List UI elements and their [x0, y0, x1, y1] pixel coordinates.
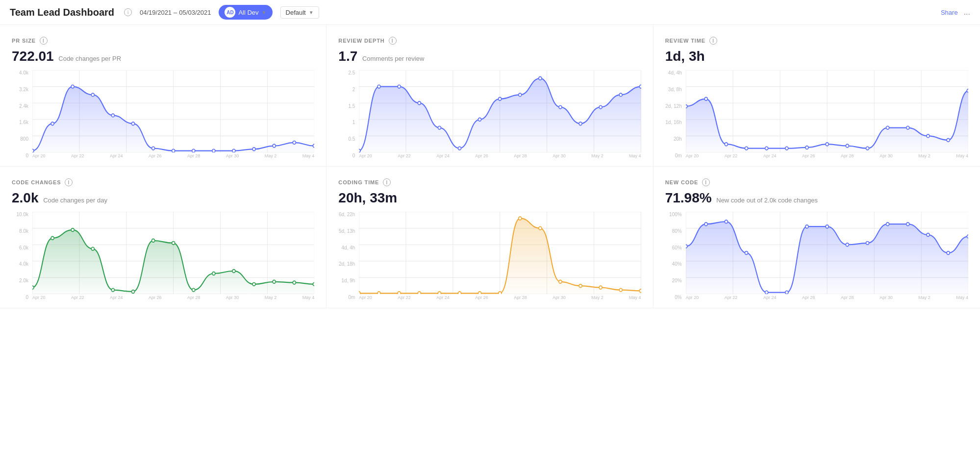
svg-point-76 [826, 143, 829, 146]
review-time-info-icon[interactable]: i [709, 37, 717, 45]
svg-point-79 [886, 126, 889, 129]
y-axis-label: 2 [338, 87, 355, 92]
chevron-down-icon: ▼ [262, 10, 267, 15]
share-button[interactable]: Share [941, 9, 958, 16]
svg-point-15 [71, 85, 74, 88]
svg-point-101 [111, 288, 114, 292]
svg-point-100 [91, 247, 94, 250]
pr-size-info-icon[interactable]: i [40, 37, 48, 45]
date-end: 05/03/2021 [179, 9, 211, 16]
svg-point-41 [359, 149, 360, 152]
svg-point-110 [293, 281, 296, 284]
svg-point-83 [967, 89, 968, 93]
metric-unit: Code changes per PR [58, 55, 121, 62]
y-axis-label: 800 [12, 136, 28, 142]
y-axis-label: 100% [665, 212, 682, 217]
more-button[interactable]: ... [964, 8, 970, 17]
y-axis-label: 0.5 [338, 136, 355, 142]
y-axis-label: 10.0k [12, 212, 28, 217]
y-axis-label: 40% [665, 261, 682, 267]
metric-value: 2.0k [12, 190, 39, 205]
chart-container: 10.0k8.0k6.0k4.0k2.0k0 Apr 20Apr 22Apr 2… [12, 212, 314, 300]
code-changes-info-icon[interactable]: i [65, 178, 73, 186]
svg-point-23 [232, 149, 235, 152]
svg-point-107 [232, 270, 235, 273]
metric-unit: Comments per review [362, 55, 424, 62]
svg-point-20 [172, 149, 175, 152]
svg-point-106 [212, 272, 215, 275]
svg-point-134 [539, 226, 542, 230]
dev-avatar: AD [225, 7, 235, 18]
metric-label: NEW CODE i [665, 178, 968, 186]
svg-point-157 [765, 291, 768, 294]
svg-point-80 [906, 126, 909, 129]
header: Team Lead Dashboard i 04/19/2021 – 05/03… [0, 0, 980, 25]
svg-point-103 [151, 239, 154, 242]
svg-point-77 [846, 144, 849, 148]
svg-point-102 [131, 290, 134, 294]
y-axis-label: 60% [665, 245, 682, 250]
svg-point-72 [745, 147, 748, 150]
metric-value: 20h, 33m [338, 190, 397, 205]
svg-point-19 [151, 147, 154, 150]
dev-filter-dropdown[interactable]: AD All Dev ▼ [219, 5, 272, 20]
svg-point-105 [192, 288, 195, 292]
y-axis-label: 0m [338, 295, 355, 300]
y-axis-label: 6d, 22h [338, 212, 355, 217]
review-depth-info-icon[interactable]: i [389, 37, 397, 45]
y-axis-label: 5d, 13h [338, 228, 355, 234]
svg-point-14 [51, 122, 54, 125]
svg-point-97 [32, 286, 34, 289]
svg-point-18 [131, 122, 134, 125]
svg-point-132 [499, 292, 502, 294]
svg-point-54 [619, 93, 622, 97]
title-info-icon[interactable]: i [124, 8, 132, 16]
y-axis-label: 2.4k [12, 103, 28, 109]
metric-value: 71.98% [665, 190, 712, 205]
y-axis-label: 1.5 [338, 103, 355, 109]
new-code-info-icon[interactable]: i [702, 178, 710, 186]
svg-point-158 [785, 291, 788, 294]
default-label: Default [286, 9, 306, 16]
y-axis-label: 1d, 9h [338, 278, 355, 283]
metric-label: PR SIZE i [12, 37, 314, 45]
svg-point-104 [172, 241, 175, 245]
metric-label: REVIEW DEPTH i [338, 37, 641, 45]
svg-point-130 [458, 292, 461, 294]
y-axis-label: 4d, 4h [338, 245, 355, 250]
svg-point-98 [51, 236, 54, 240]
svg-point-81 [927, 134, 930, 138]
svg-point-52 [579, 122, 582, 125]
coding-time-info-icon[interactable]: i [383, 178, 391, 186]
svg-point-137 [599, 286, 602, 289]
metric-unit: Code changes per day [43, 197, 107, 204]
chart-container: 4.0k3.2k2.4k1.6k8000 Apr 20Apr 22Apr 24A… [12, 70, 314, 158]
chart-container: 100%80%60%40%20%0% Apr 20Apr 22Apr 24Apr… [665, 212, 968, 300]
y-axis-label: 2d, 12h [665, 103, 682, 109]
svg-point-154 [704, 223, 707, 226]
svg-point-139 [640, 289, 641, 293]
y-axis-label: 4d, 4h [665, 70, 682, 75]
svg-point-50 [539, 76, 542, 80]
chart-container: 2.521.510.50 Apr 20Apr 22Apr 24Apr 26Apr… [338, 70, 641, 158]
default-dropdown[interactable]: Default ▼ [280, 6, 319, 19]
svg-point-136 [579, 284, 582, 288]
svg-point-166 [947, 251, 950, 255]
metric-label: CODE CHANGES i [12, 178, 314, 186]
svg-point-165 [927, 233, 930, 237]
header-actions: Share ... [941, 8, 970, 17]
y-axis-label: 3d, 8h [665, 87, 682, 92]
svg-point-53 [599, 105, 602, 109]
svg-point-126 [377, 292, 380, 294]
svg-point-47 [478, 118, 481, 121]
svg-point-133 [519, 217, 522, 220]
svg-point-167 [967, 235, 968, 238]
y-axis-label: 0m [665, 153, 682, 158]
svg-point-21 [192, 149, 195, 152]
y-axis-label: 6.0k [12, 245, 28, 250]
y-axis-label: 20h [665, 136, 682, 142]
svg-point-160 [826, 225, 829, 228]
chevron-down-icon: ▼ [309, 10, 314, 15]
svg-point-111 [313, 282, 314, 286]
svg-point-26 [293, 141, 296, 144]
